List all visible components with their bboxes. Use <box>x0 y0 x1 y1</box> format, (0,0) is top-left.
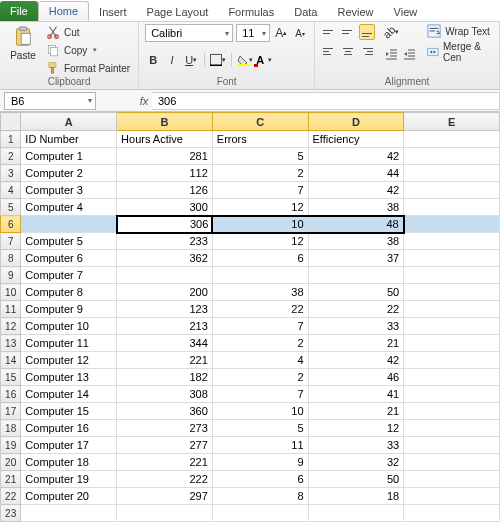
cell[interactable]: 221 <box>117 454 213 471</box>
cell[interactable]: 42 <box>308 148 404 165</box>
cell[interactable]: 38 <box>308 233 404 250</box>
cell[interactable] <box>404 335 500 352</box>
tab-review[interactable]: Review <box>327 3 383 21</box>
cell[interactable]: 48 <box>308 216 404 233</box>
cell[interactable]: 10 <box>212 216 308 233</box>
cell[interactable]: 200 <box>117 284 213 301</box>
cell[interactable]: Computer 15 <box>21 403 117 420</box>
cell[interactable]: 21 <box>308 403 404 420</box>
cell[interactable]: Hours Active <box>117 131 213 148</box>
cell[interactable]: Computer 14 <box>21 386 117 403</box>
cell[interactable]: Computer 17 <box>21 437 117 454</box>
tab-page-layout[interactable]: Page Layout <box>137 3 219 21</box>
tab-view[interactable]: View <box>384 3 428 21</box>
cell[interactable]: 18 <box>308 488 404 505</box>
fx-button[interactable]: fx <box>136 93 152 109</box>
cell[interactable] <box>404 318 500 335</box>
tab-formulas[interactable]: Formulas <box>218 3 284 21</box>
cell[interactable]: 297 <box>117 488 213 505</box>
cell[interactable] <box>21 216 117 233</box>
format-painter-button[interactable]: Format Painter <box>44 60 132 76</box>
bold-button[interactable]: B <box>145 52 161 68</box>
cell[interactable] <box>308 267 404 284</box>
cell[interactable] <box>117 505 213 522</box>
cell[interactable]: ID Number <box>21 131 117 148</box>
cell[interactable]: 50 <box>308 471 404 488</box>
align-center-button[interactable] <box>340 43 356 59</box>
cell[interactable] <box>404 199 500 216</box>
decrease-indent-button[interactable] <box>383 46 399 62</box>
align-top-button[interactable] <box>321 24 337 40</box>
font-color-button[interactable]: A▾ <box>256 52 272 68</box>
cell[interactable]: Computer 13 <box>21 369 117 386</box>
row-head[interactable]: 17 <box>1 403 21 420</box>
underline-button[interactable]: U▾ <box>183 52 199 68</box>
row-head[interactable]: 3 <box>1 165 21 182</box>
cell[interactable] <box>117 267 213 284</box>
row-head[interactable]: 5 <box>1 199 21 216</box>
cell[interactable] <box>404 131 500 148</box>
cell[interactable]: 360 <box>117 403 213 420</box>
wrap-text-button[interactable]: Wrap Text <box>427 24 493 38</box>
cell[interactable]: 33 <box>308 318 404 335</box>
cell[interactable]: 44 <box>308 165 404 182</box>
row-head[interactable]: 8 <box>1 250 21 267</box>
tab-home[interactable]: Home <box>38 1 89 21</box>
cell[interactable]: Computer 11 <box>21 335 117 352</box>
cell[interactable]: 4 <box>212 352 308 369</box>
col-head-D[interactable]: D <box>308 113 404 131</box>
row-head[interactable]: 21 <box>1 471 21 488</box>
cell[interactable] <box>212 267 308 284</box>
cell[interactable]: 182 <box>117 369 213 386</box>
cell[interactable]: Computer 10 <box>21 318 117 335</box>
cell[interactable] <box>404 403 500 420</box>
cell[interactable]: Computer 9 <box>21 301 117 318</box>
row-head[interactable]: 11 <box>1 301 21 318</box>
col-head-B[interactable]: B <box>117 113 213 131</box>
select-all-corner[interactable] <box>1 113 21 131</box>
cell[interactable]: 221 <box>117 352 213 369</box>
cell[interactable]: 11 <box>212 437 308 454</box>
cell[interactable]: Computer 2 <box>21 165 117 182</box>
row-head[interactable]: 14 <box>1 352 21 369</box>
cell[interactable]: 273 <box>117 420 213 437</box>
col-head-E[interactable]: E <box>404 113 500 131</box>
cell[interactable]: 33 <box>308 437 404 454</box>
shrink-font-button[interactable]: A▾ <box>292 25 308 41</box>
cell[interactable] <box>404 352 500 369</box>
cell[interactable]: 5 <box>212 148 308 165</box>
cell[interactable]: Computer 7 <box>21 267 117 284</box>
cell[interactable]: Computer 6 <box>21 250 117 267</box>
cell[interactable]: Computer 1 <box>21 148 117 165</box>
cell[interactable]: 344 <box>117 335 213 352</box>
cell[interactable] <box>404 284 500 301</box>
row-head[interactable]: 6 <box>1 216 21 233</box>
cell[interactable] <box>404 454 500 471</box>
cell[interactable] <box>404 369 500 386</box>
cell[interactable] <box>404 505 500 522</box>
name-box[interactable]: B6 ▾ <box>4 92 96 110</box>
cell[interactable]: 46 <box>308 369 404 386</box>
cell[interactable]: 123 <box>117 301 213 318</box>
cell[interactable]: Computer 12 <box>21 352 117 369</box>
cell[interactable]: 112 <box>117 165 213 182</box>
cell[interactable] <box>404 471 500 488</box>
row-head[interactable]: 16 <box>1 386 21 403</box>
row-head[interactable]: 15 <box>1 369 21 386</box>
cell[interactable]: 6 <box>212 471 308 488</box>
cell[interactable] <box>308 505 404 522</box>
cell[interactable]: 37 <box>308 250 404 267</box>
cell[interactable]: 12 <box>308 420 404 437</box>
cell[interactable]: 362 <box>117 250 213 267</box>
cell[interactable] <box>404 301 500 318</box>
tab-data[interactable]: Data <box>284 3 327 21</box>
cell[interactable]: 126 <box>117 182 213 199</box>
cell[interactable]: 306 <box>117 216 213 233</box>
cell[interactable] <box>404 165 500 182</box>
cell[interactable] <box>404 148 500 165</box>
formula-input[interactable]: 306 <box>152 92 500 110</box>
cell[interactable]: 277 <box>117 437 213 454</box>
align-right-button[interactable] <box>359 43 375 59</box>
col-head-A[interactable]: A <box>21 113 117 131</box>
col-head-C[interactable]: C <box>212 113 308 131</box>
